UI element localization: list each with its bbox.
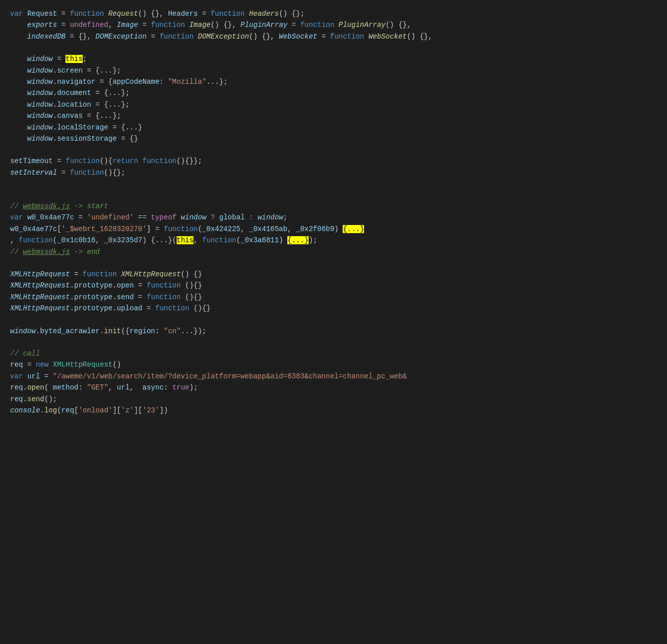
code-line-3: indexedDB = {}, DOMException = function … bbox=[8, 31, 659, 42]
code-line-empty-5 bbox=[8, 257, 659, 269]
code-line-xhr-send: XMLHttpRequest.prototype.send = function… bbox=[8, 292, 659, 303]
code-line-window-navigator: window.navigator = {appCodeName: "Mozill… bbox=[8, 76, 659, 87]
code-line-window-localstorage: window.localStorage = {...} bbox=[8, 122, 659, 133]
code-line-w0-func2: , function(_0x1c0b16, _0x3235d7) {...}(t… bbox=[8, 235, 659, 246]
code-line-window-location: window.location = {...}; bbox=[8, 99, 659, 110]
code-line-empty-3 bbox=[8, 178, 659, 189]
code-line-window-canvas: window.canvas = {...}; bbox=[8, 110, 659, 121]
code-line-settimeout: setTimeout = function(){return function(… bbox=[8, 155, 659, 167]
code-line-req-send: req.send(); bbox=[8, 394, 659, 405]
code-line-comment-webmssdk-end: // webmssdk.js -> end bbox=[8, 246, 659, 257]
code-line-xhr-def: XMLHttpRequest = function XMLHttpRequest… bbox=[8, 269, 659, 280]
code-line-setinterval: setInterval = function(){}; bbox=[8, 167, 659, 178]
code-line-xhr-open: XMLHttpRequest.prototype.open = function… bbox=[8, 280, 659, 291]
code-line-empty-2 bbox=[8, 144, 659, 155]
code-line-window-document: window.document = {...}; bbox=[8, 87, 659, 99]
code-line-req-new: req = new XMLHttpRequest() bbox=[8, 359, 659, 370]
code-line-byted-init: window.byted_acrawler.init({region: "cn"… bbox=[8, 326, 659, 337]
code-line-2: exports = undefined, Image = function Im… bbox=[8, 19, 659, 30]
code-line-comment-call: // call bbox=[8, 348, 659, 359]
code-line-empty-1 bbox=[8, 42, 659, 53]
code-line-var-url: var url = "/aweme/v1/web/search/item/?de… bbox=[8, 371, 659, 382]
code-line-xhr-upload: XMLHttpRequest.prototype.upload = functi… bbox=[8, 303, 659, 314]
code-line-empty-4 bbox=[8, 189, 659, 201]
code-line-empty-7 bbox=[8, 337, 659, 348]
code-line-window-this: window = this; bbox=[8, 53, 659, 65]
code-line-req-open: req.open( method: "GET", url, async: tru… bbox=[8, 382, 659, 393]
code-line-window-sessionstorage: window.sessionStorage = {} bbox=[8, 133, 659, 144]
code-line-window-screen: window.screen = {...}; bbox=[8, 65, 659, 76]
code-line-w0-var: var w0_0x4ae77c = 'undefined' == typeof … bbox=[8, 212, 659, 223]
code-line-w0-assign: w0_0x4ae77c['_$webrt_1628320270'] = func… bbox=[8, 223, 659, 235]
code-line-empty-6 bbox=[8, 314, 659, 326]
code-line-console-log: console.log(req['onload']['z']['23']) bbox=[8, 405, 659, 416]
code-line-1: var Request = function Request() {}, Hea… bbox=[8, 8, 659, 19]
code-line-comment-webmssdk-start: // webmssdk.js -> start bbox=[8, 201, 659, 212]
code-editor: var Request = function Request() {}, Hea… bbox=[0, 4, 667, 644]
